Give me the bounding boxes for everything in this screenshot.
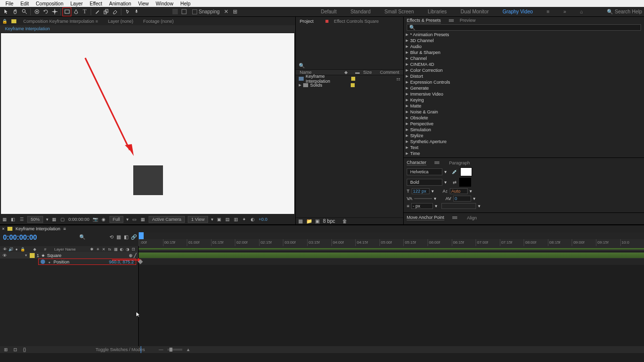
disclosure-icon[interactable]: ▶ [406, 56, 408, 60]
camera-dropdown[interactable]: Active Camera [149, 216, 185, 223]
flowchart-icon[interactable]: ⚏ [396, 76, 400, 81]
swap-icon[interactable]: ⇄ [452, 180, 457, 185]
channel-icon[interactable]: ◉ [101, 217, 107, 222]
project-item-folder[interactable]: ▶ Solids [296, 82, 403, 88]
disclosure-icon[interactable]: ▶ [406, 39, 408, 43]
effect-category[interactable]: ▶Immersive Video [404, 91, 644, 97]
disclosure-icon[interactable]: ▶ [406, 80, 408, 84]
fill-icon[interactable] [170, 7, 179, 16]
tl-footer2-icon[interactable]: ⊡ [12, 347, 18, 353]
menu-file[interactable]: File [2, 1, 17, 6]
sw4-icon[interactable]: fx [107, 247, 112, 252]
tracking-input[interactable]: 0 [453, 196, 471, 202]
toggle-switches-modes[interactable]: Toggle Switches / Modes [96, 347, 145, 352]
stroke-color-swatch[interactable] [459, 178, 471, 187]
preview-tab[interactable]: Preview [460, 18, 476, 23]
zoom-dropdown[interactable]: 50% [27, 216, 43, 223]
col-label[interactable]: ▬ [351, 70, 359, 75]
sw2-icon[interactable]: ☀ [95, 247, 101, 252]
grid-icon[interactable]: ▦ [52, 217, 57, 222]
paragraph-tab[interactable]: Paragraph [449, 160, 470, 165]
rotate-tool-icon[interactable] [41, 7, 50, 16]
layer-tab[interactable]: Layer (none) [105, 19, 136, 24]
effect-category[interactable]: ▶3D Channel [404, 38, 644, 44]
disclosure-icon[interactable]: ▶ [406, 62, 408, 66]
clone-tool-icon[interactable] [102, 7, 110, 16]
roi-icon[interactable]: ▭ [132, 217, 137, 222]
rectangle-tool-icon[interactable] [62, 7, 71, 16]
workspace-standard[interactable]: Standard [350, 9, 371, 14]
layer-row[interactable]: 👁 ▼ 1 ★ Square ⊕ ╱ [0, 252, 138, 259]
effect-category[interactable]: ▶Stylize [404, 133, 644, 139]
effect-category[interactable]: ▶Perspective [404, 121, 644, 127]
audio-col-icon[interactable]: 🔊 [8, 247, 13, 252]
mask-icon[interactable]: ◧ [10, 217, 16, 222]
search-icon[interactable]: 🔍 [79, 234, 85, 240]
square-layer[interactable] [133, 165, 163, 195]
project-item-comp[interactable]: Keyframe Interpolation ⚏ [296, 75, 403, 82]
workspace-dual-monitor[interactable]: Dual Monitor [461, 9, 489, 14]
sw3-icon[interactable]: ✕ [101, 247, 107, 252]
playhead[interactable] [139, 232, 144, 239]
menu-layer[interactable]: Layer [67, 1, 86, 6]
font-family-dropdown[interactable]: Helvetica [407, 168, 442, 175]
zoom-tool-icon[interactable] [20, 7, 29, 16]
menu-help[interactable]: Help [177, 1, 194, 6]
zoom-in-icon[interactable]: ▲ [186, 347, 191, 352]
solo-col-icon[interactable]: ● [14, 247, 19, 252]
snapshot-icon[interactable]: 📷 [93, 217, 98, 222]
eyedropper-icon[interactable]: 💉 [452, 169, 457, 175]
new-comp-icon[interactable]: ▣ [315, 218, 320, 224]
layer-name-col[interactable]: Layer Name [54, 247, 76, 252]
label-chip[interactable] [351, 83, 355, 87]
menu-animation[interactable]: Animation [106, 1, 134, 6]
stroke-width-input[interactable]: - px [411, 203, 433, 209]
menu-composition[interactable]: Composition [32, 1, 67, 6]
new-folder-icon[interactable]: 📁 [306, 218, 312, 224]
transparency-icon[interactable]: ▦ [140, 217, 146, 222]
lock-col-icon[interactable]: 🔒 [20, 247, 25, 252]
label-col-icon[interactable]: ◆ [33, 247, 36, 252]
snapping-toggle[interactable]: Snapping [192, 9, 219, 14]
keyframe-marker[interactable] [138, 259, 143, 264]
view-opt2-icon[interactable]: ▤ [225, 217, 230, 222]
menu-window[interactable]: Window [152, 1, 177, 6]
sw1-icon[interactable]: ✱ [89, 247, 95, 252]
composition-tab[interactable]: Composition Keyframe Interpolation ≡ [20, 19, 101, 24]
stroke-style-dropdown[interactable] [441, 203, 476, 209]
quality-switch[interactable]: ╱ [134, 253, 136, 258]
zoom-slider[interactable] [167, 349, 182, 351]
view-opt1-icon[interactable]: ▣ [216, 217, 222, 222]
effect-category[interactable]: ▶Generate [404, 85, 644, 91]
leading-input[interactable]: Auto [450, 188, 468, 194]
composition-canvas[interactable] [1, 33, 294, 214]
tl-tool4-icon[interactable]: 🔗 [131, 234, 136, 240]
disclosure-icon[interactable]: ▶ [406, 74, 408, 78]
visibility-toggle[interactable]: 👁 [2, 253, 7, 258]
menu-effect[interactable]: Effect [86, 1, 106, 6]
disclosure-icon[interactable]: ▶ [406, 140, 408, 144]
effect-category[interactable]: ▶Audio [404, 44, 644, 50]
effect-category[interactable]: ▶Keying [404, 97, 644, 103]
effect-category[interactable]: ▶CINEMA 4D [404, 61, 644, 67]
orbit-tool-icon[interactable] [32, 7, 41, 16]
move-anchor-tab[interactable]: Move Anchor Point [407, 215, 444, 220]
timeline-comp-tab[interactable]: Keyframe Interpolation [15, 226, 60, 231]
eraser-tool-icon[interactable] [110, 7, 119, 16]
fill-color-swatch[interactable] [460, 167, 472, 176]
breadcrumb[interactable]: Keyframe Interpolation [0, 25, 295, 32]
workspace-overflow-icon[interactable]: » [563, 9, 566, 14]
time-ruler[interactable]: :00f00:15f01:00f01:15f02:00f02:15f03:00f… [139, 239, 644, 246]
project-search[interactable]: 🔍 [296, 61, 403, 69]
zoom-out-icon[interactable]: — [159, 347, 163, 352]
effects-search[interactable]: 🔍 [407, 24, 641, 31]
col-size[interactable]: Size [359, 70, 376, 75]
safe-icon[interactable]: ▢ [60, 217, 65, 222]
effect-category[interactable]: ▶Color Correction [404, 67, 644, 73]
effect-category[interactable]: ▶Expression Controls [404, 79, 644, 85]
sw7-icon[interactable]: ◑ [125, 247, 130, 252]
disclosure-icon[interactable]: ▶ [406, 128, 408, 132]
interpret-icon[interactable]: ▦ [298, 218, 303, 224]
view-opt5-icon[interactable]: ◐ [250, 217, 256, 222]
views-dropdown[interactable]: 1 View [188, 216, 208, 223]
